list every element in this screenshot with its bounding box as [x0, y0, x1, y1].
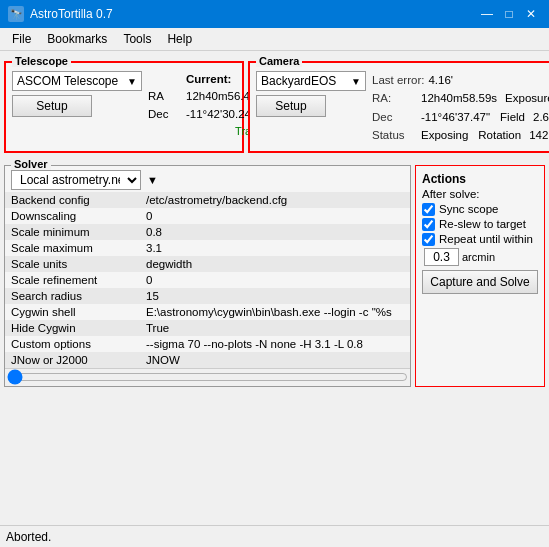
- status-text: Aborted.: [6, 530, 51, 544]
- solver-row-value-5: 0: [140, 272, 410, 288]
- solver-row-label-0: Backend config: [5, 192, 140, 208]
- app-title: AstroTortilla 0.7: [30, 7, 113, 21]
- menu-bar: File Bookmarks Tools Help: [0, 28, 549, 51]
- camera-ra-row: RA: 12h40m58.59s Exposure s: [372, 89, 549, 107]
- sync-scope-checkbox[interactable]: [422, 203, 435, 216]
- last-error-row: Last error: 4.16': [372, 71, 549, 89]
- scrollbar-row: [5, 368, 410, 386]
- close-button[interactable]: ✕: [521, 4, 541, 24]
- solver-header: Local astrometry.ne ▼: [5, 166, 410, 192]
- reslew-checkbox[interactable]: [422, 218, 435, 231]
- solver-row-10: JNow or J2000JNOW: [5, 352, 410, 368]
- solver-row-9: Custom options--sigma 70 --no-plots -N n…: [5, 336, 410, 352]
- last-error-value: 4.16': [428, 71, 453, 89]
- telescope-dropdown[interactable]: ASCOM Telescope▼: [12, 71, 142, 91]
- solver-row-label-6: Search radius: [5, 288, 140, 304]
- telescope-setup-button[interactable]: Setup: [12, 95, 92, 117]
- top-row: Telescope ASCOM Telescope▼ Setup Current…: [4, 55, 545, 153]
- camera-ra-value: 12h40m58.59s: [421, 89, 497, 107]
- solver-row-label-3: Scale maximum: [5, 240, 140, 256]
- solver-row-value-7: E:\astronomy\cygwin\bin\bash.exe --login…: [140, 304, 410, 320]
- capture-solve-button[interactable]: Capture and Solve: [422, 270, 538, 294]
- sync-scope-label: Sync scope: [439, 203, 498, 215]
- solver-row-0: Backend config/etc/astrometry/backend.cf…: [5, 192, 410, 208]
- solver-label: Solver: [11, 158, 51, 170]
- camera-info: Last error: 4.16' RA: 12h40m58.59s Expos…: [372, 71, 549, 145]
- solver-backend-dropdown[interactable]: Local astrometry.ne: [11, 170, 141, 190]
- solver-row-label-2: Scale minimum: [5, 224, 140, 240]
- camera-status-label: Status: [372, 126, 417, 144]
- reslew-row: Re-slew to target: [422, 218, 538, 231]
- solver-row-label-4: Scale units: [5, 256, 140, 272]
- ra-label: RA: [148, 88, 178, 105]
- telescope-section: Telescope ASCOM Telescope▼ Setup Current…: [4, 61, 244, 153]
- camera-dropdown[interactable]: BackyardEOS▼: [256, 71, 366, 91]
- repeat-value-input[interactable]: [424, 248, 459, 266]
- solver-row-value-3: 3.1: [140, 240, 410, 256]
- rotation-value: 142.97: [529, 126, 549, 144]
- title-bar: 🔭 AstroTortilla 0.7 — □ ✕: [0, 0, 549, 28]
- solver-row-7: Cygwin shellE:\astronomy\cygwin\bin\bash…: [5, 304, 410, 320]
- solver-row-8: Hide CygwinTrue: [5, 320, 410, 336]
- solver-row-label-7: Cygwin shell: [5, 304, 140, 320]
- window-controls: — □ ✕: [477, 4, 541, 24]
- horizontal-scrollbar[interactable]: [7, 371, 408, 383]
- exposure-label: Exposure: [505, 89, 549, 107]
- solver-row-value-9: --sigma 70 --no-plots -N none -H 3.1 -L …: [140, 336, 410, 352]
- camera-setup-button[interactable]: Setup: [256, 95, 326, 117]
- repeat-row: Repeat until within: [422, 233, 538, 246]
- solver-row-3: Scale maximum3.1: [5, 240, 410, 256]
- solver-row-label-10: JNow or J2000: [5, 352, 140, 368]
- field-value: 2.67° x 1.77°: [533, 108, 549, 126]
- actions-section: Actions After solve: Sync scope Re-slew …: [415, 165, 545, 387]
- solver-row-2: Scale minimum0.8: [5, 224, 410, 240]
- solver-row-label-8: Hide Cygwin: [5, 320, 140, 336]
- menu-file[interactable]: File: [4, 30, 39, 48]
- rotation-label: Rotation: [478, 126, 521, 144]
- solver-row-5: Scale refinement0: [5, 272, 410, 288]
- solver-row-value-0: /etc/astrometry/backend.cfg: [140, 192, 410, 208]
- solver-row-4: Scale unitsdegwidth: [5, 256, 410, 272]
- repeat-unit: arcmin: [462, 251, 495, 263]
- main-content: Telescope ASCOM Telescope▼ Setup Current…: [0, 51, 549, 391]
- solver-table: Backend config/etc/astrometry/backend.cf…: [5, 192, 410, 368]
- solver-row-value-6: 15: [140, 288, 410, 304]
- reslew-label: Re-slew to target: [439, 218, 526, 230]
- repeat-value-row: arcmin: [422, 248, 538, 266]
- telescope-label: Telescope: [12, 55, 71, 67]
- solver-row-6: Search radius15: [5, 288, 410, 304]
- solver-row-label-9: Custom options: [5, 336, 140, 352]
- solver-row-label-5: Scale refinement: [5, 272, 140, 288]
- solver-row-value-8: True: [140, 320, 410, 336]
- camera-dec-value: -11°46'37.47": [421, 108, 490, 126]
- solver-row-value-4: degwidth: [140, 256, 410, 272]
- solver-row-value-10: JNOW: [140, 352, 410, 368]
- camera-dec-row: Dec -11°46'37.47" Field 2.67° x 1.77°: [372, 108, 549, 126]
- menu-tools[interactable]: Tools: [115, 30, 159, 48]
- last-error-label: Last error:: [372, 71, 424, 89]
- dec-label: Dec: [148, 106, 178, 123]
- camera-section: Camera BackyardEOS▼ Setup Last error: 4.…: [248, 61, 549, 153]
- camera-label: Camera: [256, 55, 302, 67]
- camera-dec-label: Dec: [372, 108, 417, 126]
- solver-row-value-2: 0.8: [140, 224, 410, 240]
- after-solve-label: After solve:: [422, 188, 538, 200]
- minimize-button[interactable]: —: [477, 4, 497, 24]
- menu-help[interactable]: Help: [159, 30, 200, 48]
- solver-row-label-1: Downscaling: [5, 208, 140, 224]
- solver-row: Solver Local astrometry.ne ▼ Backend con…: [4, 157, 545, 387]
- solver-section: Solver Local astrometry.ne ▼ Backend con…: [4, 165, 411, 387]
- menu-bookmarks[interactable]: Bookmarks: [39, 30, 115, 48]
- camera-status-row: Status Exposing Rotation 142.97 Flipped: [372, 126, 549, 144]
- status-bar: Aborted.: [0, 525, 549, 547]
- field-label: Field: [500, 108, 525, 126]
- app-icon: 🔭: [8, 6, 24, 22]
- camera-ra-label: RA:: [372, 89, 417, 107]
- solver-row-1: Downscaling0: [5, 208, 410, 224]
- solver-row-value-1: 0: [140, 208, 410, 224]
- maximize-button[interactable]: □: [499, 4, 519, 24]
- repeat-checkbox[interactable]: [422, 233, 435, 246]
- camera-status-value: Exposing: [421, 126, 468, 144]
- repeat-label: Repeat until within: [439, 233, 533, 245]
- sync-scope-row: Sync scope: [422, 203, 538, 216]
